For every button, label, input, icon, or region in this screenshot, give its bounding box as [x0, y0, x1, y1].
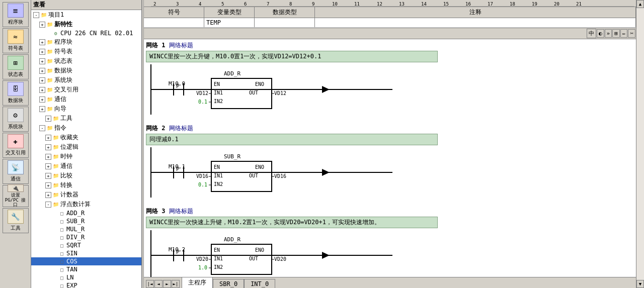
- tree-zhuangtaibiao[interactable]: + 📁 状态表: [31, 56, 141, 66]
- toolbar-btn-scissors[interactable]: ✂: [628, 29, 635, 38]
- tree-xingtexing[interactable]: + 📁 新特性: [31, 20, 141, 29]
- tree-COS[interactable]: □ COS: [31, 257, 141, 265]
- tab-main-program[interactable]: 主程序: [182, 277, 213, 288]
- tongxin2-toggle[interactable]: +: [45, 163, 51, 169]
- tab-nav-first[interactable]: |◄: [146, 280, 154, 288]
- svg-text:18: 18: [510, 2, 515, 7]
- svg-text:11: 11: [354, 2, 360, 7]
- xitongkuai-toggle[interactable]: +: [39, 77, 45, 83]
- fuhaoibiao-icon: 📁: [46, 48, 53, 55]
- data-block-btn[interactable]: 🗄 数据块: [3, 80, 29, 106]
- tab-sbr0[interactable]: SBR_0: [213, 279, 244, 288]
- tongxin-toggle[interactable]: +: [39, 97, 45, 103]
- tree-zhiling[interactable]: - 📁 指令: [31, 123, 141, 133]
- svg-text:0.1: 0.1: [198, 182, 207, 187]
- tree-fuhaoibiao[interactable]: + 📁 符号表: [31, 47, 141, 56]
- scroll-down-btn[interactable]: ▼: [636, 280, 644, 288]
- scroll-up-btn[interactable]: ▲: [636, 0, 644, 8]
- tree-jishuqi[interactable]: + 📁 计数器: [31, 190, 141, 200]
- xingtexing-toggle[interactable]: +: [39, 22, 45, 28]
- network-1-tag[interactable]: 网络标题: [169, 41, 193, 50]
- status-table-btn[interactable]: ⊞ 状态表: [3, 54, 29, 79]
- tree-shujukuai[interactable]: + 📁 数据块: [31, 66, 141, 75]
- root-folder-icon: 📁: [40, 12, 47, 19]
- tree-chengxukuai[interactable]: + 📁 程序块: [31, 37, 141, 47]
- tree-tongxin2[interactable]: + 📁 通信: [31, 161, 141, 171]
- shoucang-icon: 📁: [52, 134, 59, 141]
- zhuangtaibiao-toggle[interactable]: +: [39, 58, 45, 64]
- jishuqi-toggle[interactable]: +: [45, 192, 51, 198]
- DIV_R-label: DIV_R: [66, 234, 85, 241]
- var-section: 符号 变量类型 数据类型 注释 TEMP: [144, 7, 636, 28]
- ladder-area[interactable]: 网络 1 网络标题 WINCC里按一次上升键，M10.0置1一次，实现VD12=…: [144, 39, 636, 277]
- tree-ADD_R[interactable]: □ ADD_R: [31, 209, 141, 217]
- tree-SUB_R[interactable]: □ SUB_R: [31, 217, 141, 225]
- tree-jiaocharef[interactable]: + 📁 交叉引用: [31, 85, 141, 94]
- settings-btn[interactable]: 🔌 设置 PG/PC 接口: [3, 185, 29, 207]
- tree-TAN[interactable]: □ TAN: [31, 265, 141, 273]
- toolbar-btn-grid[interactable]: ⊞: [612, 29, 620, 38]
- fudiansuanjisuan-toggle[interactable]: -: [45, 202, 51, 208]
- tree-xitongkuai[interactable]: + 📁 系统块: [31, 75, 141, 85]
- tree-gongju[interactable]: + 📁 工具: [31, 114, 141, 123]
- tab-nav-prev[interactable]: ◄: [154, 280, 163, 288]
- tree-zhuanhuan[interactable]: + 📁 转换: [31, 180, 141, 190]
- tree-xiangdao[interactable]: + 📁 向导: [31, 104, 141, 114]
- settings-label: 设置 PG/PC 接口: [3, 193, 28, 208]
- tools-bottom-btn[interactable]: 🔧 工具: [3, 208, 29, 233]
- tree-SIN[interactable]: □ SIN: [31, 249, 141, 257]
- ADD_R-label: ADD_R: [66, 210, 85, 217]
- ruler-svg: 2 3 4 5 6 7 8 9 10 11 12 13 14 15 16 17 …: [151, 0, 634, 7]
- tree-MUL_R[interactable]: □ MUL_R: [31, 225, 141, 233]
- svg-text:VD20: VD20: [196, 256, 208, 262]
- zhuanhuan-icon: 📁: [52, 182, 59, 189]
- tree-bijiao[interactable]: + 📁 比较: [31, 171, 141, 180]
- MUL_R-icon: □: [58, 226, 65, 233]
- system-block-btn[interactable]: ⚙ 系统块: [3, 107, 29, 132]
- tree-root-toggle[interactable]: -: [33, 12, 39, 18]
- tab-int0[interactable]: INT_0: [244, 279, 275, 288]
- toolbar-btn-pen[interactable]: ✏: [620, 29, 628, 38]
- symbol-table-btn[interactable]: ≈ 符号表: [3, 28, 29, 53]
- right-scrollbar[interactable]: ▲ ▼: [636, 0, 644, 288]
- zhuanhuan-toggle[interactable]: +: [45, 182, 51, 188]
- ADD_R-icon: □: [58, 210, 65, 217]
- shujukuai-toggle[interactable]: +: [39, 68, 45, 74]
- cross-ref-btn[interactable]: ✚ 交叉引用: [3, 133, 29, 158]
- svg-marker-40: [322, 86, 330, 93]
- network-3-tag[interactable]: 网络标题: [169, 207, 193, 216]
- toolbar-btn-zhong[interactable]: 中: [587, 29, 596, 38]
- weluoji-toggle[interactable]: +: [45, 144, 51, 150]
- tree-shijian[interactable]: + 📁 时钟: [31, 152, 141, 161]
- chengxukuai-toggle[interactable]: +: [39, 39, 45, 45]
- shoucang-toggle[interactable]: +: [45, 135, 51, 141]
- fuhaoibiao-toggle[interactable]: +: [39, 49, 45, 55]
- tree-weluoji[interactable]: + 📁 位逻辑: [31, 142, 141, 152]
- tree-SQRT[interactable]: □ SQRT: [31, 241, 141, 249]
- toolbar-btn-arrow[interactable]: »: [605, 29, 612, 38]
- COS-label: COS: [66, 258, 77, 265]
- tree-cpu[interactable]: ⚙ CPU 226 CN REL 02.01: [31, 29, 141, 37]
- gongju-toggle[interactable]: +: [45, 116, 51, 122]
- program-block-btn[interactable]: ≡ 程序块: [3, 2, 29, 27]
- tree-shoucang[interactable]: + 📁 收藏夹: [31, 133, 141, 142]
- zhiling-toggle[interactable]: -: [39, 125, 45, 131]
- xiangdao-toggle[interactable]: +: [39, 106, 45, 112]
- tree-tongxin[interactable]: + 📁 通信: [31, 94, 141, 104]
- tree-root[interactable]: - 📁 项目1: [31, 10, 141, 20]
- tree-fudiansuanjisuan[interactable]: - 📁 浮点数计算: [31, 200, 141, 209]
- SQRT-label: SQRT: [66, 242, 81, 249]
- network-2-tag[interactable]: 网络标题: [169, 124, 193, 133]
- jiaocharef-toggle[interactable]: +: [39, 87, 45, 93]
- toolbar-btn-moon[interactable]: ◐: [597, 29, 604, 38]
- svg-text:14: 14: [421, 2, 427, 7]
- comms-btn[interactable]: 📡 通信: [3, 159, 29, 184]
- bijiao-toggle[interactable]: +: [45, 173, 51, 179]
- shijian-toggle[interactable]: +: [45, 154, 51, 160]
- tree-LN[interactable]: □ LN: [31, 273, 141, 281]
- tab-nav-last[interactable]: ►|: [172, 280, 180, 288]
- zhuanhuan-label: 转换: [60, 181, 72, 189]
- tree-DIV_R[interactable]: □ DIV_R: [31, 233, 141, 241]
- tab-nav-next[interactable]: ►: [163, 280, 171, 288]
- tree-EXP[interactable]: □ EXP: [31, 281, 141, 288]
